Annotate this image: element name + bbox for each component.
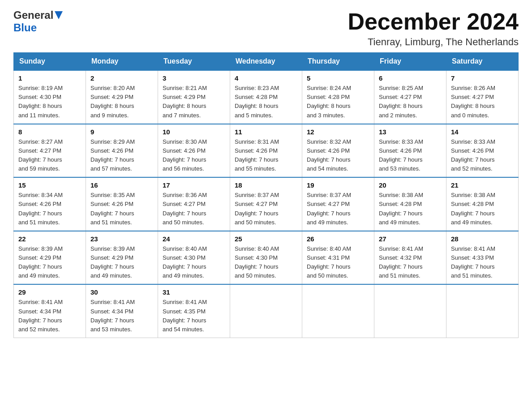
calendar-cell: 7Sunrise: 8:26 AMSunset: 4:27 PMDaylight…	[446, 70, 519, 124]
day-number: 28	[451, 235, 514, 243]
day-info: Sunrise: 8:32 AMSunset: 4:26 PMDaylight:…	[307, 137, 369, 174]
calendar-cell: 1Sunrise: 8:19 AMSunset: 4:30 PMDaylight…	[14, 70, 86, 124]
calendar-cell: 17Sunrise: 8:36 AMSunset: 4:27 PMDayligh…	[158, 177, 230, 231]
logo-triangle-icon	[55, 11, 63, 21]
day-number: 30	[90, 288, 153, 296]
day-number: 22	[18, 235, 81, 243]
calendar-cell: 5Sunrise: 8:24 AMSunset: 4:28 PMDaylight…	[302, 70, 374, 124]
calendar-cell: 28Sunrise: 8:41 AMSunset: 4:33 PMDayligh…	[446, 231, 519, 285]
day-number: 26	[307, 235, 369, 243]
day-info: Sunrise: 8:33 AMSunset: 4:26 PMDaylight:…	[451, 137, 514, 174]
calendar-cell: 26Sunrise: 8:40 AMSunset: 4:31 PMDayligh…	[302, 231, 374, 285]
calendar-cell: 20Sunrise: 8:38 AMSunset: 4:28 PMDayligh…	[374, 177, 446, 231]
calendar-cell: 22Sunrise: 8:39 AMSunset: 4:29 PMDayligh…	[14, 231, 86, 285]
day-number: 31	[163, 288, 225, 296]
day-info: Sunrise: 8:19 AMSunset: 4:30 PMDaylight:…	[18, 84, 81, 120]
weekday-header-row: SundayMondayTuesdayWednesdayThursdayFrid…	[14, 53, 519, 71]
calendar-cell: 12Sunrise: 8:32 AMSunset: 4:26 PMDayligh…	[302, 124, 374, 178]
page-header: General Blue December 2024 Tienray, Limb…	[13, 9, 519, 48]
day-info: Sunrise: 8:25 AMSunset: 4:27 PMDaylight:…	[379, 84, 442, 120]
day-info: Sunrise: 8:41 AMSunset: 4:32 PMDaylight:…	[379, 244, 442, 281]
day-info: Sunrise: 8:37 AMSunset: 4:27 PMDaylight:…	[307, 191, 369, 227]
calendar-cell	[302, 284, 374, 338]
day-info: Sunrise: 8:37 AMSunset: 4:27 PMDaylight:…	[235, 191, 297, 227]
weekday-header-thursday: Thursday	[302, 53, 374, 71]
svg-marker-0	[55, 11, 63, 19]
day-number: 10	[163, 128, 225, 136]
day-info: Sunrise: 8:41 AMSunset: 4:34 PMDaylight:…	[90, 298, 153, 334]
calendar-cell: 23Sunrise: 8:39 AMSunset: 4:29 PMDayligh…	[86, 231, 158, 285]
day-info: Sunrise: 8:29 AMSunset: 4:26 PMDaylight:…	[90, 137, 153, 174]
week-row-3: 15Sunrise: 8:34 AMSunset: 4:26 PMDayligh…	[14, 177, 519, 231]
calendar-cell: 14Sunrise: 8:33 AMSunset: 4:26 PMDayligh…	[446, 124, 519, 178]
calendar-cell: 29Sunrise: 8:41 AMSunset: 4:34 PMDayligh…	[14, 284, 86, 338]
calendar-cell: 24Sunrise: 8:40 AMSunset: 4:30 PMDayligh…	[158, 231, 230, 285]
calendar-cell	[230, 284, 302, 338]
weekday-header-wednesday: Wednesday	[230, 53, 302, 71]
day-info: Sunrise: 8:21 AMSunset: 4:29 PMDaylight:…	[163, 84, 225, 120]
logo-text-general: General	[13, 9, 53, 21]
week-row-1: 1Sunrise: 8:19 AMSunset: 4:30 PMDaylight…	[14, 70, 519, 124]
day-info: Sunrise: 8:26 AMSunset: 4:27 PMDaylight:…	[451, 84, 514, 120]
title-section: December 2024 Tienray, Limburg, The Neth…	[348, 9, 519, 48]
day-info: Sunrise: 8:40 AMSunset: 4:31 PMDaylight:…	[307, 244, 369, 281]
calendar-cell: 6Sunrise: 8:25 AMSunset: 4:27 PMDaylight…	[374, 70, 446, 124]
day-number: 3	[163, 74, 225, 82]
day-number: 21	[451, 181, 514, 189]
calendar-cell: 15Sunrise: 8:34 AMSunset: 4:26 PMDayligh…	[14, 177, 86, 231]
day-number: 8	[18, 128, 81, 136]
day-number: 13	[379, 128, 442, 136]
day-info: Sunrise: 8:23 AMSunset: 4:28 PMDaylight:…	[235, 84, 297, 120]
day-number: 18	[235, 181, 297, 189]
calendar-cell	[446, 284, 519, 338]
day-info: Sunrise: 8:34 AMSunset: 4:26 PMDaylight:…	[18, 191, 81, 227]
calendar-cell: 13Sunrise: 8:33 AMSunset: 4:26 PMDayligh…	[374, 124, 446, 178]
calendar-cell: 31Sunrise: 8:41 AMSunset: 4:35 PMDayligh…	[158, 284, 230, 338]
day-number: 15	[18, 181, 81, 189]
calendar-cell: 30Sunrise: 8:41 AMSunset: 4:34 PMDayligh…	[86, 284, 158, 338]
calendar-cell: 18Sunrise: 8:37 AMSunset: 4:27 PMDayligh…	[230, 177, 302, 231]
day-info: Sunrise: 8:30 AMSunset: 4:26 PMDaylight:…	[163, 137, 225, 174]
day-info: Sunrise: 8:36 AMSunset: 4:27 PMDaylight:…	[163, 191, 225, 227]
day-info: Sunrise: 8:35 AMSunset: 4:26 PMDaylight:…	[90, 191, 153, 227]
calendar-cell: 25Sunrise: 8:40 AMSunset: 4:30 PMDayligh…	[230, 231, 302, 285]
calendar-cell	[374, 284, 446, 338]
day-number: 25	[235, 235, 297, 243]
day-number: 29	[18, 288, 81, 296]
day-info: Sunrise: 8:31 AMSunset: 4:26 PMDaylight:…	[235, 137, 297, 174]
calendar-cell: 11Sunrise: 8:31 AMSunset: 4:26 PMDayligh…	[230, 124, 302, 178]
calendar-cell: 21Sunrise: 8:38 AMSunset: 4:28 PMDayligh…	[446, 177, 519, 231]
day-info: Sunrise: 8:41 AMSunset: 4:34 PMDaylight:…	[18, 298, 81, 334]
logo: General Blue	[13, 9, 63, 34]
day-info: Sunrise: 8:40 AMSunset: 4:30 PMDaylight:…	[163, 244, 225, 281]
day-number: 20	[379, 181, 442, 189]
weekday-header-sunday: Sunday	[14, 53, 86, 71]
calendar-cell: 27Sunrise: 8:41 AMSunset: 4:32 PMDayligh…	[374, 231, 446, 285]
day-number: 6	[379, 74, 442, 82]
calendar-cell: 16Sunrise: 8:35 AMSunset: 4:26 PMDayligh…	[86, 177, 158, 231]
calendar-cell: 10Sunrise: 8:30 AMSunset: 4:26 PMDayligh…	[158, 124, 230, 178]
weekday-header-friday: Friday	[374, 53, 446, 71]
month-title: December 2024	[348, 9, 519, 34]
weekday-header-saturday: Saturday	[446, 53, 519, 71]
day-number: 7	[451, 74, 514, 82]
day-info: Sunrise: 8:40 AMSunset: 4:30 PMDaylight:…	[235, 244, 297, 281]
calendar-cell: 9Sunrise: 8:29 AMSunset: 4:26 PMDaylight…	[86, 124, 158, 178]
day-number: 24	[163, 235, 225, 243]
week-row-4: 22Sunrise: 8:39 AMSunset: 4:29 PMDayligh…	[14, 231, 519, 285]
weekday-header-tuesday: Tuesday	[158, 53, 230, 71]
calendar-table: SundayMondayTuesdayWednesdayThursdayFrid…	[13, 52, 519, 338]
day-number: 23	[90, 235, 153, 243]
day-info: Sunrise: 8:38 AMSunset: 4:28 PMDaylight:…	[451, 191, 514, 227]
day-info: Sunrise: 8:20 AMSunset: 4:29 PMDaylight:…	[90, 84, 153, 120]
day-info: Sunrise: 8:33 AMSunset: 4:26 PMDaylight:…	[379, 137, 442, 174]
calendar-cell: 2Sunrise: 8:20 AMSunset: 4:29 PMDaylight…	[86, 70, 158, 124]
day-number: 27	[379, 235, 442, 243]
day-number: 12	[307, 128, 369, 136]
day-number: 5	[307, 74, 369, 82]
day-number: 9	[90, 128, 153, 136]
day-info: Sunrise: 8:39 AMSunset: 4:29 PMDaylight:…	[18, 244, 81, 281]
week-row-2: 8Sunrise: 8:27 AMSunset: 4:27 PMDaylight…	[14, 124, 519, 178]
day-number: 19	[307, 181, 369, 189]
calendar-cell: 4Sunrise: 8:23 AMSunset: 4:28 PMDaylight…	[230, 70, 302, 124]
